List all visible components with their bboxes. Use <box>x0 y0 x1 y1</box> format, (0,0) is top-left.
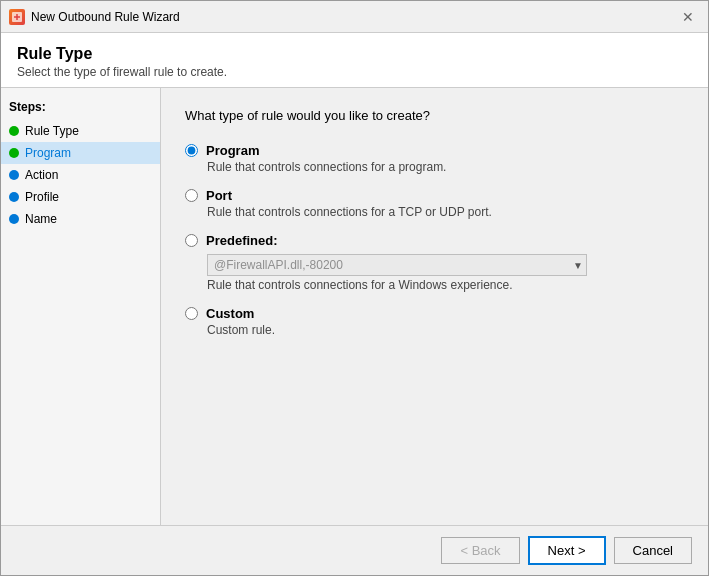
radio-custom[interactable] <box>185 307 198 320</box>
footer: < Back Next > Cancel <box>1 525 708 575</box>
titlebar: New Outbound Rule Wizard ✕ <box>1 1 708 33</box>
option-group-custom: Custom Custom rule. <box>185 306 684 337</box>
sidebar-label-rule-type: Rule Type <box>25 124 79 138</box>
predefined-select-wrapper: @FirewallAPI.dll,-80200 ▼ <box>207 254 587 276</box>
app-icon <box>9 9 25 25</box>
sidebar-item-program[interactable]: Program <box>1 142 160 164</box>
main-panel: What type of rule would you like to crea… <box>161 88 708 525</box>
sidebar-item-action[interactable]: Action <box>1 164 160 186</box>
option-desc-custom: Custom rule. <box>207 323 684 337</box>
options-list: Program Rule that controls connections f… <box>185 143 684 337</box>
page-header: Rule Type Select the type of firewall ru… <box>1 33 708 88</box>
back-button[interactable]: < Back <box>441 537 519 564</box>
radio-port[interactable] <box>185 189 198 202</box>
option-group-predefined: Predefined: @FirewallAPI.dll,-80200 ▼ Ru… <box>185 233 684 292</box>
content-area: Steps: Rule Type Program Action Profile … <box>1 88 708 525</box>
option-row-predefined: Predefined: <box>185 233 684 248</box>
option-desc-program: Rule that controls connections for a pro… <box>207 160 684 174</box>
steps-label: Steps: <box>1 96 160 120</box>
sidebar: Steps: Rule Type Program Action Profile … <box>1 88 161 525</box>
radio-program[interactable] <box>185 144 198 157</box>
predefined-select[interactable]: @FirewallAPI.dll,-80200 <box>207 254 587 276</box>
option-desc-predefined: Rule that controls connections for a Win… <box>207 278 684 292</box>
option-label-program[interactable]: Program <box>206 143 259 158</box>
sidebar-label-program: Program <box>25 146 71 160</box>
option-row-port: Port <box>185 188 684 203</box>
page-description: Select the type of firewall rule to crea… <box>17 65 692 79</box>
sidebar-item-profile[interactable]: Profile <box>1 186 160 208</box>
window-title: New Outbound Rule Wizard <box>31 10 676 24</box>
sidebar-label-profile: Profile <box>25 190 59 204</box>
option-row-program: Program <box>185 143 684 158</box>
option-label-predefined[interactable]: Predefined: <box>206 233 278 248</box>
page-title: Rule Type <box>17 45 692 63</box>
option-label-port[interactable]: Port <box>206 188 232 203</box>
dot-action <box>9 170 19 180</box>
option-label-custom[interactable]: Custom <box>206 306 254 321</box>
option-group-port: Port Rule that controls connections for … <box>185 188 684 219</box>
option-group-program: Program Rule that controls connections f… <box>185 143 684 174</box>
option-desc-port: Rule that controls connections for a TCP… <box>207 205 684 219</box>
close-button[interactable]: ✕ <box>676 5 700 29</box>
dot-profile <box>9 192 19 202</box>
cancel-button[interactable]: Cancel <box>614 537 692 564</box>
dot-rule-type <box>9 126 19 136</box>
dot-name <box>9 214 19 224</box>
sidebar-label-action: Action <box>25 168 58 182</box>
sidebar-item-name[interactable]: Name <box>1 208 160 230</box>
option-row-custom: Custom <box>185 306 684 321</box>
radio-predefined[interactable] <box>185 234 198 247</box>
next-button[interactable]: Next > <box>528 536 606 565</box>
sidebar-label-name: Name <box>25 212 57 226</box>
dot-program <box>9 148 19 158</box>
question-text: What type of rule would you like to crea… <box>185 108 684 123</box>
sidebar-item-rule-type[interactable]: Rule Type <box>1 120 160 142</box>
